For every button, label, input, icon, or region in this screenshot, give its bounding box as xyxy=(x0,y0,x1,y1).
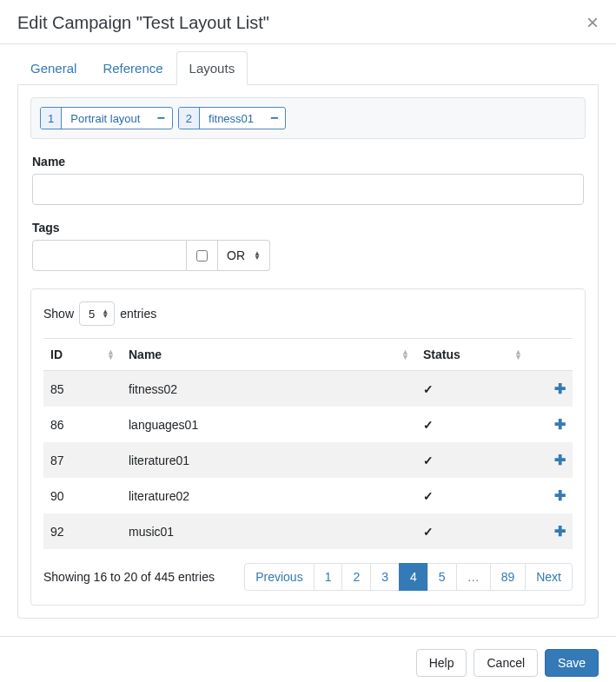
length-suffix: entries xyxy=(120,307,156,321)
tags-filter-label: Tags xyxy=(32,221,584,235)
add-layout-button[interactable]: ✚ xyxy=(554,488,566,503)
selected-layout-chip: 1Portrait layout− xyxy=(40,107,173,129)
cell-id: 85 xyxy=(43,371,122,407)
column-header xyxy=(529,339,573,371)
cell-name: literature02 xyxy=(122,478,416,513)
cell-status: ✓ xyxy=(416,442,529,478)
layouts-table-wrap: Show 5 ▲▼ entries ID▲▼Name▲▼Status▲▼ xyxy=(30,288,586,606)
page-prev-button[interactable]: Previous xyxy=(244,563,314,591)
check-icon: ✓ xyxy=(423,382,434,396)
add-layout-button[interactable]: ✚ xyxy=(554,381,566,396)
page-length-value: 5 xyxy=(89,308,95,321)
cell-id: 90 xyxy=(43,478,122,513)
sort-icon: ▲▼ xyxy=(401,349,409,360)
sort-icon: ▲▼ xyxy=(107,349,115,360)
column-header[interactable]: Status▲▼ xyxy=(416,339,529,371)
cell-name: fitness02 xyxy=(122,371,416,407)
cell-name: languages01 xyxy=(122,407,416,442)
chip-index: 1 xyxy=(41,108,62,129)
column-header[interactable]: ID▲▼ xyxy=(43,339,122,371)
cell-id: 92 xyxy=(43,513,122,549)
page-number-button[interactable]: 2 xyxy=(341,563,371,591)
tab-bar: GeneralReferenceLayouts xyxy=(17,51,599,85)
check-icon: ✓ xyxy=(423,489,434,503)
tab-reference[interactable]: Reference xyxy=(89,51,176,85)
chip-index: 2 xyxy=(179,108,200,129)
selected-layouts-bar: 1Portrait layout−2fitness01− xyxy=(30,97,586,139)
page-number-button[interactable]: 1 xyxy=(314,563,343,591)
tab-general[interactable]: General xyxy=(17,51,89,85)
column-label: Status xyxy=(423,348,460,361)
page-next-button[interactable]: Next xyxy=(525,563,573,591)
column-header[interactable]: Name▲▼ xyxy=(122,339,416,371)
add-layout-button[interactable]: ✚ xyxy=(554,453,566,467)
cell-status: ✓ xyxy=(416,513,529,549)
page-number-button[interactable]: 89 xyxy=(490,563,527,591)
chip-label: Portrait layout xyxy=(62,112,149,125)
check-icon: ✓ xyxy=(423,418,434,432)
cell-id: 87 xyxy=(43,442,122,478)
save-button[interactable]: Save xyxy=(545,649,599,677)
add-layout-button[interactable]: ✚ xyxy=(554,417,566,432)
table-info: Showing 16 to 20 of 445 entries xyxy=(43,570,215,584)
modal-title: Edit Campaign "Test Layout List" xyxy=(17,13,269,33)
name-filter-label: Name xyxy=(32,155,584,169)
cell-name: literature01 xyxy=(122,442,416,478)
table-row: 85fitness02✓✚ xyxy=(43,371,573,407)
page-number-button[interactable]: 4 xyxy=(399,563,428,591)
page-length-select[interactable]: 5 ▲▼ xyxy=(79,301,115,326)
chip-remove-button[interactable]: − xyxy=(149,110,171,126)
page-number-button[interactable]: 5 xyxy=(427,563,457,591)
column-label: Name xyxy=(129,348,162,361)
help-button[interactable]: Help xyxy=(416,649,467,677)
table-row: 86languages01✓✚ xyxy=(43,407,573,442)
chip-remove-button[interactable]: − xyxy=(262,110,285,126)
close-button[interactable]: × xyxy=(586,12,599,33)
page-ellipsis: … xyxy=(456,563,491,591)
layouts-panel: 1Portrait layout−2fitness01− Name Tags O… xyxy=(17,85,599,619)
layouts-table: ID▲▼Name▲▼Status▲▼ 85fitness02✓✚86langua… xyxy=(43,338,573,549)
select-caret-icon: ▲▼ xyxy=(102,309,109,318)
tab-layouts[interactable]: Layouts xyxy=(176,51,248,85)
name-filter-input[interactable] xyxy=(32,174,584,205)
check-icon: ✓ xyxy=(423,525,434,539)
tags-filter-input[interactable] xyxy=(32,240,187,271)
cell-status: ✓ xyxy=(416,371,529,407)
cell-status: ✓ xyxy=(416,407,529,442)
cell-id: 86 xyxy=(43,407,122,442)
chip-label: fitness01 xyxy=(200,112,262,125)
column-label: ID xyxy=(50,348,63,361)
pagination: Previous12345…89Next xyxy=(244,563,573,591)
table-row: 87literature01✓✚ xyxy=(43,442,573,478)
selected-layout-chip: 2fitness01− xyxy=(178,107,287,129)
tags-mode-label: OR xyxy=(227,248,245,262)
table-row: 92music01✓✚ xyxy=(43,513,573,549)
cancel-button[interactable]: Cancel xyxy=(474,649,538,677)
add-layout-button[interactable]: ✚ xyxy=(554,524,566,539)
page-number-button[interactable]: 3 xyxy=(370,563,400,591)
table-row: 90literature02✓✚ xyxy=(43,478,573,513)
tags-mode-select[interactable]: OR ▲▼ xyxy=(218,240,270,271)
check-icon: ✓ xyxy=(423,454,434,467)
length-prefix: Show xyxy=(43,307,74,321)
cell-name: music01 xyxy=(122,513,416,549)
sort-icon: ▲▼ xyxy=(514,349,522,360)
select-caret-icon: ▲▼ xyxy=(254,251,261,260)
tags-exact-checkbox[interactable] xyxy=(187,240,218,271)
cell-status: ✓ xyxy=(416,478,529,513)
